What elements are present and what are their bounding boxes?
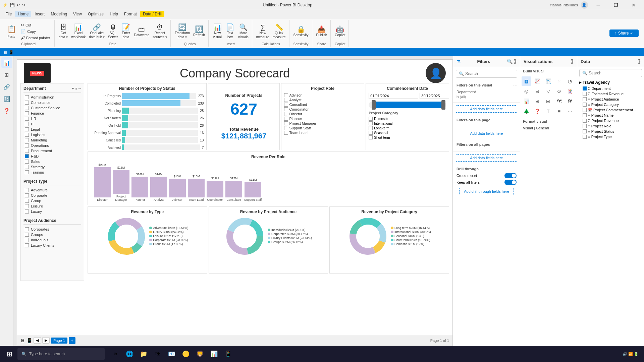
share-button[interactable]: ↑ Share ✓ — [609, 29, 639, 37]
taskbar-edge[interactable]: 🌐 — [123, 347, 136, 361]
dept-administration[interactable]: Administration — [23, 95, 81, 100]
sql-server-button[interactable]: 🛢SQLServer — [107, 21, 119, 42]
field-proj-category[interactable]: ≡ Project Category — [577, 102, 644, 107]
viz-treemap-icon[interactable]: ⊟ — [533, 86, 542, 96]
data-expand-icon[interactable]: ⟫ — [638, 59, 641, 64]
rev-type-card[interactable]: Revenue by Type Adventur — [88, 206, 207, 274]
menu-home[interactable]: Home — [15, 11, 31, 17]
viz-fill-map-icon[interactable]: 🗺 — [565, 97, 575, 106]
quick-access-undo[interactable]: ↩ — [17, 3, 20, 7]
viz-expand-icon[interactable]: ⟫ — [571, 59, 574, 64]
field-proj-status[interactable]: ≡ Project Status — [577, 129, 644, 134]
viz-gauge-icon[interactable]: ⊙ — [554, 86, 564, 96]
viz-bar-icon[interactable]: ▦ — [522, 76, 531, 86]
dept-marketing[interactable]: Marketing — [23, 137, 81, 143]
minimize-button[interactable]: ─ — [591, 0, 606, 10]
dept-logistics[interactable]: Logistics — [23, 132, 81, 137]
dept-strategy[interactable]: Strategy — [23, 164, 81, 170]
viz-pie-icon[interactable]: ◔ — [565, 76, 575, 86]
cut-button[interactable]: ✂ Cut — [19, 22, 52, 28]
menu-insert[interactable]: Insert — [32, 11, 47, 17]
dept-finance[interactable]: Finance — [23, 111, 81, 116]
dept-legal[interactable]: Legal — [23, 127, 81, 132]
start-button[interactable]: ⊞ — [3, 347, 16, 361]
filters-search-input[interactable] — [465, 71, 516, 76]
add-data-visual-button[interactable]: Add data fields here — [456, 105, 517, 113]
num-projects-card[interactable]: Number of Projects 627 Total Revenue $12… — [208, 83, 279, 150]
new-visual-button[interactable]: 📊Newvisual — [211, 21, 223, 42]
taskbar-search[interactable]: 🔍 Type here to search — [17, 348, 105, 360]
next-page-button[interactable]: ▶ — [42, 337, 50, 344]
data-tree-root[interactable]: ▸ Travel Agency — [577, 79, 644, 86]
cross-report-toggle[interactable] — [504, 173, 517, 178]
date-card[interactable]: Commencement Date Project Category — [366, 83, 449, 150]
filter-search-icon[interactable]: 🔍 — [507, 59, 513, 64]
date-start-input[interactable] — [369, 93, 418, 99]
prev-page-button[interactable]: ◀ — [34, 337, 41, 344]
viz-decomp-icon[interactable]: 🌲 — [522, 107, 531, 116]
restore-button[interactable]: ❐ — [608, 0, 624, 10]
sensitivity-button[interactable]: 🔒Sensitivity — [292, 21, 310, 42]
excel-button[interactable]: 📊Excelworkbook — [70, 21, 87, 42]
viz-line-icon[interactable]: 📈 — [533, 76, 542, 86]
viz-donut-icon[interactable]: ◎ — [522, 86, 531, 96]
view-normal-icon[interactable]: 🖥 — [20, 338, 25, 343]
visual-tab[interactable]: Visual | General — [523, 125, 574, 131]
dataverse-button[interactable]: 🗃Dataverse — [133, 21, 151, 42]
viz-qna-icon[interactable]: ❓ — [533, 107, 542, 116]
date-slider-left[interactable] — [372, 100, 376, 110]
taskbar-chrome[interactable]: 🟡 — [179, 347, 193, 361]
viz-more-icon[interactable]: ··· — [565, 107, 575, 116]
data-search-input[interactable] — [589, 71, 639, 75]
viz-funnel-icon[interactable]: ▽ — [543, 86, 553, 96]
taskbar-mail[interactable]: 📧 — [165, 347, 178, 361]
dept-operations[interactable]: Operations — [23, 143, 81, 148]
text-box-button[interactable]: 📄Textbox — [224, 21, 236, 42]
type-leisure[interactable]: Leisure — [23, 203, 81, 209]
aud-groups[interactable]: Groups — [23, 232, 81, 237]
viz-area-icon[interactable]: 📉 — [543, 76, 553, 86]
menu-help[interactable]: Help — [107, 11, 121, 17]
nav-help-icon[interactable]: ❓ — [1, 106, 12, 116]
viz-map-icon[interactable]: 🗺 — [554, 97, 564, 106]
type-corporate[interactable]: Corporate — [23, 193, 81, 198]
quick-measure-button[interactable]: 📏Quickmeasure — [271, 21, 287, 42]
status-chart-card[interactable]: Number of Projects by Status In Progress… — [88, 83, 207, 150]
viz-slicer-icon[interactable]: ≡ — [554, 107, 564, 116]
field-proj-role[interactable]: ≡ Project Role — [577, 123, 644, 129]
onelake-button[interactable]: 🔗OneLakedata hub ▾ — [88, 21, 106, 42]
field-proj-type[interactable]: ≡ Project Type — [577, 134, 644, 139]
dept-rd[interactable]: R&D — [23, 154, 81, 159]
add-data-all-button[interactable]: Add data fields here — [456, 154, 517, 162]
close-button[interactable]: ✕ — [626, 0, 641, 10]
dept-training[interactable]: Training — [23, 170, 81, 175]
viz-matrix-icon[interactable]: ⊞ — [543, 97, 553, 106]
date-slider-right[interactable] — [441, 100, 445, 110]
dept-it[interactable]: IT — [23, 121, 81, 127]
taskbar-app8[interactable]: 📱 — [221, 347, 235, 361]
aud-corporates[interactable]: Corporates — [23, 227, 81, 232]
dept-procurement[interactable]: Procurement — [23, 148, 81, 154]
nav-table-icon[interactable]: ⊞ — [1, 69, 12, 80]
view-mobile-icon[interactable]: 📱 — [26, 338, 32, 343]
viz-scatter-icon[interactable]: ⁙ — [554, 76, 564, 86]
type-adventure[interactable]: Adventure — [23, 187, 81, 193]
add-data-page-button[interactable]: Add data fields here — [456, 130, 517, 137]
viz-card-icon[interactable]: 🃏 — [565, 86, 575, 96]
quick-access-save[interactable]: 💾 — [10, 3, 15, 7]
dept-customer-service[interactable]: Customer Service — [23, 105, 81, 111]
nav-dax-icon[interactable]: 🔢 — [1, 94, 12, 104]
taskbar-store[interactable]: 🛍 — [151, 347, 164, 361]
viz-table-icon[interactable]: ⊞ — [533, 97, 542, 106]
nav-report-icon[interactable]: 📊 — [1, 57, 12, 68]
menu-view[interactable]: View — [70, 11, 85, 17]
viz-text-icon[interactable]: T — [543, 107, 553, 116]
field-est-revenue[interactable]: Σ Estimated Revenue — [577, 91, 644, 97]
new-measure-button[interactable]: ∑Newmeasure — [255, 21, 271, 42]
dept-compliance[interactable]: Compliance — [23, 100, 81, 105]
add-drill-button[interactable]: Add drill-through fields here — [459, 188, 514, 195]
rev-category-card[interactable]: Revenue by Project Category — [329, 206, 449, 274]
transform-button[interactable]: 🔄Transformdata ▾ — [173, 21, 191, 42]
add-page-button[interactable]: + — [69, 337, 75, 344]
field-proj-name[interactable]: ≡ Project Name — [577, 113, 644, 118]
